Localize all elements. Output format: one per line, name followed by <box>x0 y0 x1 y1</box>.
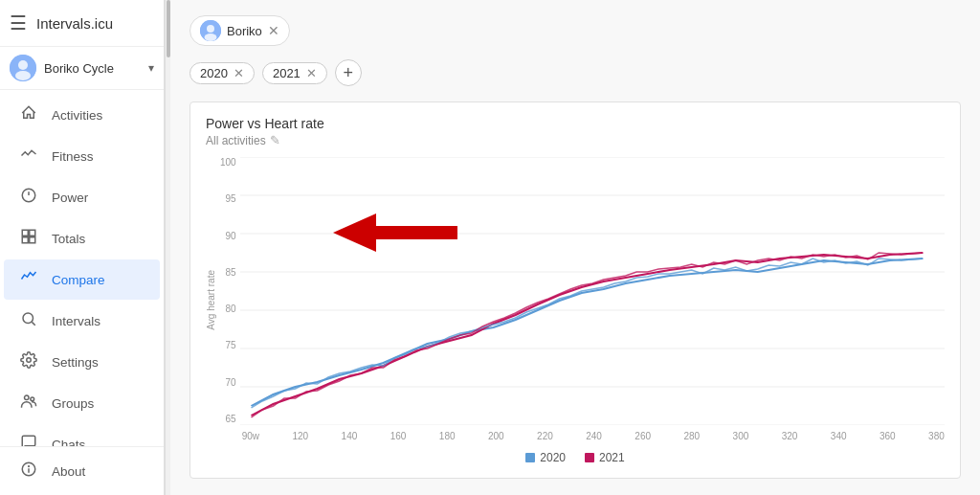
sidebar-item-groups-label: Groups <box>52 396 94 411</box>
athlete-chip: Boriko ✕ <box>189 15 290 46</box>
chats-icon <box>19 434 38 446</box>
svg-point-9 <box>23 313 33 324</box>
compare-icon <box>19 269 38 290</box>
chart-edit-icon[interactable]: ✎ <box>270 133 280 147</box>
hamburger-icon[interactable]: ☰ <box>10 11 27 34</box>
sidebar-item-settings[interactable]: Settings <box>4 342 160 382</box>
user-name-label: Boriko Cycle <box>44 61 141 76</box>
chart-area: Avg heart rate 100 95 90 85 80 75 70 65 <box>206 157 945 443</box>
legend-label-2020: 2020 <box>540 451 566 464</box>
sidebar-item-compare[interactable]: Compare <box>4 259 160 300</box>
chart-svg <box>240 157 945 425</box>
year-chip-2020-close[interactable]: ✕ <box>234 66 244 80</box>
legend-item-2021: 2021 <box>585 451 625 464</box>
chart-line-2021-detail <box>251 253 923 417</box>
sidebar-item-about-label: About <box>52 464 85 479</box>
svg-point-12 <box>25 395 30 400</box>
sidebar-item-settings-label: Settings <box>52 355 99 370</box>
intervals-icon <box>19 310 38 331</box>
sidebar-item-about[interactable]: About <box>4 452 160 490</box>
chart-wrapper: 90w 120 140 160 180 200 220 240 260 280 … <box>240 157 945 443</box>
svg-point-20 <box>207 25 214 33</box>
svg-point-1 <box>18 60 28 70</box>
sidebar-item-intervals-label: Intervals <box>52 314 100 328</box>
sidebar-item-activities[interactable]: Activities <box>4 95 160 135</box>
sidebar-item-chats[interactable]: Chats <box>4 424 160 446</box>
chart-legend: 2020 2021 <box>206 451 945 464</box>
sidebar-item-chats-label: Chats <box>52 438 85 447</box>
chart-card: Power vs Heart rate All activities ✎ Avg… <box>189 101 961 479</box>
svg-point-2 <box>15 71 31 80</box>
year-chip-2021-label: 2021 <box>273 66 301 80</box>
y-axis-labels: 100 95 90 85 80 75 70 65 <box>220 157 236 443</box>
chip-avatar <box>200 20 221 41</box>
svg-rect-8 <box>30 237 35 243</box>
svg-point-11 <box>27 358 32 363</box>
chart-line-2020 <box>251 259 923 406</box>
groups-icon <box>19 393 38 414</box>
chart-line-2020-detail <box>251 259 923 408</box>
home-icon <box>19 104 38 125</box>
add-year-button[interactable]: + <box>335 59 362 86</box>
year-chips-row: 2020 ✕ 2021 ✕ + <box>189 59 961 86</box>
settings-icon <box>19 351 38 372</box>
year-chip-2020: 2020 ✕ <box>189 62 255 84</box>
sidebar-bottom: About <box>0 446 164 495</box>
fitness-icon <box>19 146 38 167</box>
nav-items: Activities Fitness Power Totals <box>0 90 164 446</box>
y-axis-title: Avg heart rate <box>206 270 216 330</box>
about-icon <box>19 461 38 482</box>
sidebar-item-fitness[interactable]: Fitness <box>4 136 160 176</box>
chart-subtitle: All activities ✎ <box>206 133 945 147</box>
x-axis-labels: 90w 120 140 160 180 200 220 240 260 280 … <box>240 429 945 443</box>
avatar <box>10 55 36 81</box>
brand-name: Intervals.icu <box>36 15 113 32</box>
svg-rect-6 <box>30 230 35 236</box>
user-row[interactable]: Boriko Cycle ▾ <box>0 47 164 90</box>
sidebar-item-activities-label: Activities <box>52 108 102 123</box>
athlete-chip-row: Boriko ✕ <box>189 15 961 46</box>
totals-icon <box>19 228 38 249</box>
athlete-chip-name: Boriko <box>227 24 262 38</box>
year-chip-2021-close[interactable]: ✕ <box>306 66 317 80</box>
legend-item-2020: 2020 <box>525 451 566 464</box>
legend-dot-2020 <box>525 453 535 462</box>
year-chip-2020-label: 2020 <box>200 66 228 80</box>
sidebar-item-totals[interactable]: Totals <box>4 218 160 259</box>
legend-label-2021: 2021 <box>599 451 625 464</box>
main-content: Boriko ✕ 2020 ✕ 2021 ✕ + Power vs Heart … <box>170 0 980 495</box>
legend-dot-2021 <box>585 453 594 462</box>
athlete-chip-close[interactable]: ✕ <box>268 24 279 37</box>
year-chip-2021: 2021 ✕ <box>262 62 327 84</box>
sidebar: ☰ Intervals.icu Boriko Cycle ▾ Activitie… <box>0 0 165 495</box>
svg-rect-7 <box>22 237 28 243</box>
user-chevron-icon: ▾ <box>148 61 154 75</box>
sidebar-item-power-label: Power <box>52 191 88 205</box>
sidebar-header: ☰ Intervals.icu <box>0 0 164 47</box>
svg-line-10 <box>32 322 34 325</box>
chart-title: Power vs Heart rate <box>206 116 945 131</box>
power-icon <box>19 187 38 208</box>
sidebar-item-compare-label: Compare <box>52 273 105 287</box>
sidebar-item-groups[interactable]: Groups <box>4 383 160 423</box>
sidebar-item-totals-label: Totals <box>52 232 85 246</box>
sidebar-item-fitness-label: Fitness <box>52 149 94 164</box>
svg-rect-5 <box>22 230 28 236</box>
svg-point-21 <box>205 34 217 41</box>
svg-point-13 <box>31 397 34 401</box>
sidebar-item-power[interactable]: Power <box>4 177 160 217</box>
chart-line-2021 <box>251 253 923 416</box>
sidebar-item-intervals[interactable]: Intervals <box>4 301 160 341</box>
